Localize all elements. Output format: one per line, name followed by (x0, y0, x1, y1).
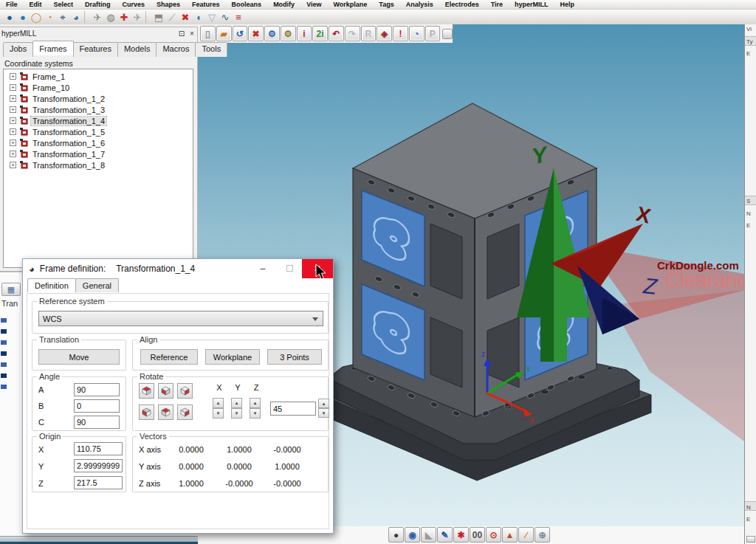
menu-item-view[interactable]: View (300, 1, 327, 8)
revert-folder-icon[interactable]: ↺ (233, 26, 248, 41)
gauge-icon[interactable]: ◍ (104, 10, 117, 24)
expander-icon[interactable]: + (10, 128, 16, 135)
menu-item-curves[interactable]: Curves (117, 1, 151, 8)
open-folder-icon[interactable]: ▰ (216, 26, 232, 41)
postprocessor-disabled-icon[interactable]: P (425, 26, 441, 41)
swoosh-blue-icon[interactable]: ◖ (192, 10, 205, 24)
menu-item-workplane[interactable]: Workplane (327, 1, 373, 8)
expander-icon[interactable]: + (10, 140, 16, 146)
menu-item-tags[interactable]: Tags (373, 1, 399, 8)
maximize-button[interactable] (278, 259, 300, 278)
spin-up-icon[interactable]: ▲ (318, 399, 329, 408)
rotate-cube-c-pos-button[interactable] (177, 383, 193, 399)
delete-folder-icon[interactable]: ✖ (248, 26, 264, 41)
warning-icon[interactable]: ! (393, 26, 408, 41)
undo-icon[interactable]: ↶ (329, 26, 344, 41)
menu-item-features[interactable]: Features (186, 1, 226, 8)
align-3points-button[interactable]: 3 Points (267, 349, 322, 365)
ring-icon[interactable]: ◯ (30, 10, 43, 24)
camera-icon[interactable]: ⬒ (152, 10, 165, 24)
rotate-cube-b-pos-button[interactable] (158, 383, 173, 399)
tree-item-transformation_1_2[interactable]: +Transformation_1_2 (4, 93, 193, 104)
half-ring-icon[interactable]: ◔ (43, 10, 56, 24)
info-2-icon[interactable]: 2i (312, 26, 328, 41)
tab-general[interactable]: General (75, 278, 119, 292)
spin-up-icon[interactable]: ▲ (250, 398, 261, 408)
analysis-pie-icon[interactable]: ◔ (409, 26, 425, 41)
tree-item-transformation_1_7[interactable]: +Transformation_1_7 (4, 148, 193, 159)
spin-down-icon[interactable]: ▼ (231, 408, 242, 419)
wrench-icon[interactable]: ⟋ (165, 10, 179, 24)
tree-item-transformation_1_4[interactable]: +Transformation_1_4 (4, 115, 193, 126)
menu-item-file[interactable]: File (0, 1, 24, 8)
paint-tool-icon[interactable]: ▲ (502, 527, 518, 543)
panel-title-bar[interactable]: hyperMILL ⊡ × (0, 27, 197, 39)
menu-item-drafting[interactable]: Drafting (79, 1, 117, 8)
machine-gear-icon[interactable]: ⚙ (281, 26, 296, 41)
tab-frames[interactable]: Frames (32, 41, 73, 55)
spin-down-icon[interactable]: ▼ (318, 408, 329, 418)
plane-top-icon[interactable]: ✈ (91, 10, 104, 24)
tree-item-transformation_1_8[interactable]: +Transformation_1_8 (4, 159, 193, 171)
panel-close-icon[interactable]: × (187, 30, 197, 38)
reference-disabled-icon[interactable]: R (361, 26, 377, 41)
dialog-title-bar[interactable]: ◕ Frame definition: Transformation_1_4 –… (23, 259, 333, 278)
move-button[interactable]: Move (38, 349, 120, 365)
wire-globe-icon[interactable]: ⊕ (535, 527, 550, 543)
rotate-cube-a-neg-button[interactable] (139, 404, 154, 420)
new-document-icon[interactable]: ▯ (200, 26, 216, 41)
expander-icon[interactable]: + (10, 95, 16, 102)
sphere-icon[interactable]: ● (16, 10, 30, 24)
spin-up-icon[interactable]: ▲ (213, 398, 224, 408)
spin-up-icon[interactable]: ▲ (231, 398, 242, 408)
electrode-stack-icon[interactable]: ≡ (232, 10, 245, 24)
menu-item-analysis[interactable]: Analysis (400, 1, 439, 8)
delete-red-icon[interactable]: ✖ (179, 10, 192, 24)
angle-a-field[interactable] (74, 383, 120, 396)
tab-macros[interactable]: Macros (156, 42, 196, 57)
pen-tool-icon[interactable]: ∕ (518, 527, 534, 543)
origin-y-field[interactable] (74, 459, 123, 472)
menu-item-tire[interactable]: Tire (485, 1, 509, 8)
rotate-cube-c-neg-button[interactable] (177, 404, 193, 420)
compare-cube-icon[interactable]: ◈ (377, 26, 392, 41)
align-workplane-button[interactable]: Workplane (205, 349, 260, 365)
brush-tool-icon[interactable]: ✎ (437, 527, 453, 543)
angle-b-field[interactable] (74, 399, 120, 413)
plane-front-icon[interactable]: ✈ (131, 10, 144, 24)
menu-item-select[interactable]: Select (48, 1, 80, 8)
align-reference-button[interactable]: Reference (140, 349, 198, 365)
point-tool-icon[interactable]: ✱ (453, 527, 469, 543)
angle-c-field[interactable] (74, 416, 120, 429)
tree-item-transformation_1_6[interactable]: +Transformation_1_6 (4, 137, 193, 148)
origin-z-field[interactable] (74, 476, 123, 489)
expander-icon[interactable]: + (10, 151, 16, 157)
rotate-angle-field[interactable] (270, 402, 316, 416)
settings-gear-icon[interactable]: ⚙ (264, 26, 280, 41)
cross-red-icon[interactable]: ✚ (117, 10, 131, 24)
origin-x-field[interactable] (74, 442, 123, 455)
menu-item-electrodes[interactable]: Electrodes (439, 1, 485, 8)
orbit-sphere-icon[interactable]: ◕ (69, 10, 83, 24)
probe-tool-icon[interactable]: ⊙ (486, 527, 501, 543)
expander-icon[interactable]: + (10, 117, 16, 124)
menu-item-hypermill[interactable]: hyperMILL (509, 1, 554, 8)
tab-jobs[interactable]: Jobs (3, 42, 33, 57)
pin-icon[interactable]: ⊡ (176, 30, 187, 38)
grid-icon[interactable]: ▦ (1, 283, 21, 296)
viewport-corner-button[interactable] (442, 29, 453, 39)
rotate-cube-b-neg-button[interactable] (158, 404, 173, 420)
workplane-wire-icon[interactable]: ∿ (219, 10, 232, 24)
info-icon[interactable]: i (297, 26, 312, 41)
tab-definition[interactable]: Definition (27, 278, 76, 292)
minimize-button[interactable]: – (250, 259, 275, 278)
expander-icon[interactable]: + (10, 84, 16, 91)
tree-item-frame_10[interactable]: +Frame_10 (4, 82, 193, 93)
expander-icon[interactable]: + (10, 162, 16, 168)
zoom-sphere-icon[interactable]: ⌖ (56, 10, 69, 24)
shaded-sphere-icon[interactable]: ● (3, 10, 16, 24)
funnel-cone-icon[interactable]: ▽ (205, 10, 219, 24)
tree-item-transformation_1_3[interactable]: +Transformation_1_3 (4, 104, 193, 115)
menu-item-shapes[interactable]: Shapes (151, 1, 186, 8)
spin-down-icon[interactable]: ▼ (213, 408, 224, 419)
